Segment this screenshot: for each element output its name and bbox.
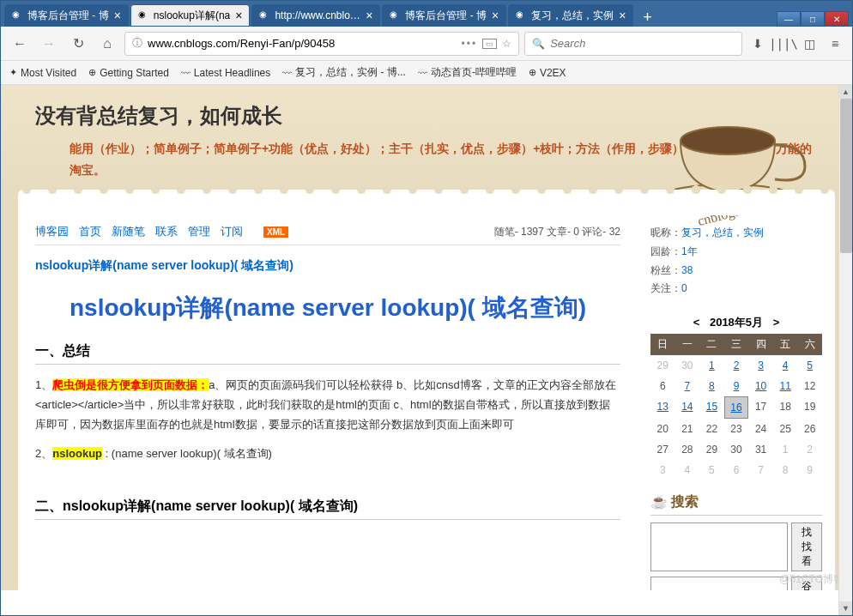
cal-next[interactable]: > [766, 316, 787, 329]
close-button[interactable]: ✕ [825, 11, 849, 27]
bookmark-item[interactable]: ⊕V2EX [529, 65, 566, 80]
bookmark-icon: 〰 [418, 68, 427, 78]
cal-day: 19 [797, 396, 822, 419]
cal-day: 30 [724, 439, 749, 460]
scroll-thumb[interactable] [840, 99, 852, 253]
minimize-button[interactable]: ― [777, 11, 801, 27]
cal-day: 20 [650, 419, 675, 439]
cal-prev[interactable]: < [687, 316, 707, 329]
main-column: 博客园首页新随笔联系管理订阅 XML 随笔- 1397 文章- 0 评论- 32… [18, 215, 638, 590]
cal-day: 18 [773, 396, 798, 419]
tab-favicon: ◉ [516, 9, 528, 21]
sidebar-icon[interactable]: ◫ [799, 33, 820, 54]
cal-day[interactable]: 16 [724, 396, 749, 419]
tab-close-icon[interactable]: × [619, 9, 626, 22]
cal-day[interactable]: 7 [675, 376, 700, 396]
section-detail: 二、nslookup详解(name server lookup)( 域名查询) [35, 498, 620, 520]
profile-row: 粉丝：38 [650, 262, 822, 281]
info-icon[interactable]: ⓘ [132, 36, 142, 51]
bookmark-icon: ⊕ [529, 67, 536, 78]
url-bar[interactable]: ⓘ ••• ▭ ☆ [124, 32, 519, 56]
browser-tab[interactable]: ◉博客后台管理 - 博× [382, 4, 506, 27]
cal-day[interactable]: 11 [773, 376, 798, 396]
section-summary: 一、总结 [35, 342, 620, 365]
profile-row: 关注：0 [650, 280, 822, 299]
download-icon[interactable]: ⬇ [747, 33, 768, 54]
menu-icon[interactable]: ≡ [825, 33, 845, 54]
cal-day: 30 [675, 355, 700, 376]
tab-favicon: ◉ [259, 9, 271, 21]
post-title-link[interactable]: nslookup详解(name server lookup)( 域名查询) [35, 258, 620, 274]
cal-day[interactable]: 13 [650, 396, 675, 419]
blog-nav-link[interactable]: 管理 [188, 225, 210, 238]
browser-window: ◉博客后台管理 - 博×◉nslookup详解(na×◉http://www.c… [0, 0, 853, 616]
home-button[interactable]: ⌂ [95, 32, 119, 56]
bookmark-item[interactable]: ⊕Getting Started [88, 65, 169, 80]
tab-close-icon[interactable]: × [235, 9, 242, 22]
cal-day: 26 [797, 419, 822, 439]
cal-day[interactable]: 8 [699, 376, 724, 396]
tab-label: 博客后台管理 - 博 [27, 9, 109, 23]
browser-tab[interactable]: ◉复习，总结，实例× [508, 4, 633, 27]
search-bar[interactable]: 🔍 [524, 32, 742, 56]
cal-day[interactable]: 4 [773, 355, 798, 376]
scroll-down-arrow[interactable]: ▼ [839, 601, 852, 615]
blog-nav-link[interactable]: 博客园 [35, 225, 69, 238]
bookmark-label: V2EX [540, 67, 566, 79]
cal-day[interactable]: 9 [724, 376, 749, 396]
search-input[interactable] [550, 37, 735, 50]
cal-weekday: 一 [675, 334, 700, 355]
bookmark-icon: 〰 [181, 68, 191, 78]
cal-day[interactable]: 1 [699, 355, 724, 376]
page-actions-icon[interactable]: ••• [462, 38, 478, 50]
maximize-button[interactable]: □ [801, 11, 825, 27]
xml-badge[interactable]: XML [263, 226, 288, 238]
browser-tab[interactable]: ◉博客后台管理 - 博× [4, 4, 129, 27]
cal-day[interactable]: 3 [748, 355, 773, 376]
back-button[interactable]: ← [8, 32, 32, 56]
blog-search-button[interactable]: 找找看 [791, 522, 822, 571]
profile-value[interactable]: 复习，总结，实例 [681, 226, 764, 239]
cal-day[interactable]: 10 [748, 376, 773, 396]
scroll-up-arrow[interactable]: ▲ [839, 85, 852, 99]
tab-strip: ◉博客后台管理 - 博×◉nslookup详解(na×◉http://www.c… [1, 1, 852, 27]
cal-day: 29 [650, 355, 675, 376]
bookmarks-bar: ✦Most Visited⊕Getting Started〰Latest Hea… [1, 61, 852, 85]
page-content[interactable]: cnblogs.com 没有背总结复习，如何成长 能用（作业）；简单例子；简单例… [1, 85, 852, 590]
cal-day[interactable]: 14 [675, 396, 700, 419]
cal-day[interactable]: 2 [724, 355, 749, 376]
profile-value[interactable]: 0 [681, 282, 687, 294]
forward-button[interactable]: → [37, 32, 61, 56]
blog-search-input[interactable] [650, 522, 788, 571]
bookmark-label: Most Visited [21, 67, 76, 79]
reload-button[interactable]: ↻ [66, 32, 90, 56]
url-input[interactable] [148, 37, 457, 50]
reader-icon[interactable]: ▭ [482, 39, 497, 49]
cal-day: 3 [650, 460, 675, 480]
bookmark-item[interactable]: 〰动态首页-哔哩哔哩 [418, 65, 517, 80]
tab-close-icon[interactable]: × [114, 9, 121, 22]
browser-tab[interactable]: ◉nslookup详解(na× [130, 4, 251, 27]
cal-day[interactable]: 15 [699, 396, 724, 419]
library-icon[interactable]: |||\ [773, 33, 794, 54]
new-tab-button[interactable]: + [635, 8, 659, 27]
bookmark-item[interactable]: ✦Most Visited [9, 65, 76, 80]
profile-value[interactable]: 38 [681, 264, 693, 276]
tab-close-icon[interactable]: × [366, 9, 372, 22]
blog-nav-link[interactable]: 新随笔 [112, 225, 145, 238]
browser-tab[interactable]: ◉http://www.cnblogs× [251, 4, 380, 27]
cal-weekday: 五 [773, 334, 798, 355]
blog-nav-link[interactable]: 联系 [155, 225, 178, 238]
vertical-scrollbar[interactable]: ▲ ▼ [838, 85, 852, 615]
tab-close-icon[interactable]: × [492, 9, 499, 22]
bookmark-item[interactable]: 〰复习，总结，实例 - 博... [282, 65, 406, 80]
bookmark-star-icon[interactable]: ☆ [502, 38, 511, 50]
google-search-input[interactable] [650, 577, 788, 590]
bookmark-item[interactable]: 〰Latest Headlines [181, 65, 270, 80]
blog-nav-link[interactable]: 首页 [79, 225, 101, 238]
profile-value[interactable]: 1年 [681, 245, 698, 257]
cal-day[interactable]: 5 [797, 355, 822, 376]
blog-nav-link[interactable]: 订阅 [221, 225, 243, 238]
cal-day: 4 [675, 460, 700, 480]
sidebar: 昵称：复习，总结，实例园龄：1年粉丝：38关注：0 < 2018年5月 > 日一… [638, 215, 835, 590]
